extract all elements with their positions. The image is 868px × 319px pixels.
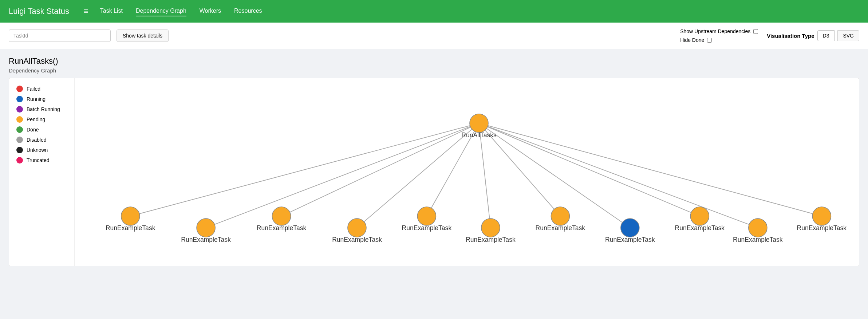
legend-label: Failed bbox=[27, 86, 40, 92]
svg-line-2 bbox=[281, 123, 479, 216]
legend-item: Failed bbox=[16, 86, 67, 92]
show-task-details-button[interactable]: Show task details bbox=[117, 29, 169, 42]
checkbox-group: Show Upstream Dependencies Hide Done bbox=[680, 28, 758, 43]
legend-item: Batch Running bbox=[16, 106, 67, 113]
vis-d3-button[interactable]: D3 bbox=[817, 30, 835, 41]
app-title: Luigi Task Status bbox=[9, 7, 69, 16]
svg-text:RunExampleTask: RunExampleTask bbox=[733, 236, 783, 243]
legend-dot bbox=[16, 147, 23, 153]
svg-text:RunExampleTask: RunExampleTask bbox=[402, 224, 452, 232]
svg-text:RunAllTasks: RunAllTasks bbox=[461, 131, 497, 139]
svg-line-9 bbox=[479, 123, 758, 228]
toolbar: Show task details Show Upstream Dependen… bbox=[0, 23, 868, 49]
svg-line-0 bbox=[130, 123, 479, 216]
svg-line-10 bbox=[479, 123, 822, 216]
svg-point-23 bbox=[481, 218, 500, 237]
legend-dot bbox=[16, 157, 23, 164]
page-title: RunAllTasks() bbox=[9, 56, 859, 66]
svg-text:RunExampleTask: RunExampleTask bbox=[257, 224, 307, 232]
legend-item: Running bbox=[16, 96, 67, 102]
svg-line-5 bbox=[479, 123, 491, 228]
svg-text:RunExampleTask: RunExampleTask bbox=[605, 236, 655, 243]
show-upstream-checkbox[interactable] bbox=[753, 29, 758, 34]
hamburger-icon[interactable]: ≡ bbox=[84, 7, 88, 16]
dependency-graph-svg: RunAllTasksRunExampleTaskRunExampleTaskR… bbox=[75, 78, 859, 266]
nav-dependency-graph[interactable]: Dependency Graph bbox=[136, 6, 186, 16]
svg-text:RunExampleTask: RunExampleTask bbox=[536, 224, 585, 232]
svg-text:RunExampleTask: RunExampleTask bbox=[332, 236, 382, 243]
legend-dot bbox=[16, 96, 23, 102]
legend-label: Unknown bbox=[27, 147, 48, 153]
svg-point-25 bbox=[551, 207, 569, 225]
svg-point-29 bbox=[690, 207, 709, 225]
legend-item: Pending bbox=[16, 116, 67, 123]
svg-point-15 bbox=[197, 218, 215, 237]
legend-label: Running bbox=[27, 96, 46, 102]
legend-label: Done bbox=[27, 127, 39, 133]
legend: Failed Running Batch Running Pending Don… bbox=[9, 78, 75, 266]
graph-wrapper: Failed Running Batch Running Pending Don… bbox=[9, 78, 859, 266]
svg-point-19 bbox=[348, 218, 366, 237]
nav-workers[interactable]: Workers bbox=[200, 6, 221, 16]
section-title: Dependency Graph bbox=[9, 67, 859, 74]
main-content: RunAllTasks() Dependency Graph Failed Ru… bbox=[0, 49, 868, 273]
nav-resources[interactable]: Resources bbox=[234, 6, 262, 16]
svg-point-13 bbox=[121, 207, 140, 225]
graph-area[interactable]: RunAllTasksRunExampleTaskRunExampleTaskR… bbox=[75, 78, 859, 266]
legend-item: Done bbox=[16, 126, 67, 133]
legend-item: Unknown bbox=[16, 147, 67, 153]
svg-line-3 bbox=[357, 123, 479, 228]
svg-text:RunExampleTask: RunExampleTask bbox=[797, 224, 847, 232]
svg-point-31 bbox=[749, 218, 767, 237]
legend-dot bbox=[16, 86, 23, 92]
show-upstream-text: Show Upstream Dependencies bbox=[680, 28, 750, 34]
legend-label: Truncated bbox=[27, 157, 50, 163]
toolbar-right: Show Upstream Dependencies Hide Done Vis… bbox=[680, 28, 859, 43]
legend-item: Disabled bbox=[16, 137, 67, 143]
legend-dot bbox=[16, 106, 23, 113]
svg-text:RunExampleTask: RunExampleTask bbox=[106, 224, 155, 232]
vis-type-label: Visualisation Type bbox=[767, 33, 814, 39]
svg-point-33 bbox=[812, 207, 831, 225]
navbar: Luigi Task Status ≡ Task List Dependency… bbox=[0, 0, 868, 23]
svg-point-17 bbox=[272, 207, 291, 225]
nav-links: Task List Dependency Graph Workers Resou… bbox=[100, 6, 262, 16]
vis-svg-button[interactable]: SVG bbox=[837, 30, 859, 41]
legend-dot bbox=[16, 126, 23, 133]
show-upstream-label[interactable]: Show Upstream Dependencies bbox=[680, 28, 758, 34]
svg-text:RunExampleTask: RunExampleTask bbox=[181, 236, 231, 243]
svg-text:RunExampleTask: RunExampleTask bbox=[466, 236, 516, 243]
hide-done-label[interactable]: Hide Done bbox=[680, 37, 758, 43]
vis-type-group: Visualisation Type D3 SVG bbox=[767, 30, 859, 41]
svg-text:RunExampleTask: RunExampleTask bbox=[675, 224, 725, 232]
nav-task-list[interactable]: Task List bbox=[100, 6, 123, 16]
taskid-input[interactable] bbox=[9, 29, 111, 42]
hide-done-checkbox[interactable] bbox=[707, 38, 712, 43]
legend-label: Batch Running bbox=[27, 106, 60, 112]
legend-dot bbox=[16, 116, 23, 123]
svg-line-1 bbox=[206, 123, 479, 228]
legend-label: Pending bbox=[27, 117, 45, 122]
legend-dot bbox=[16, 137, 23, 143]
svg-point-11 bbox=[470, 114, 488, 133]
svg-point-27 bbox=[621, 218, 639, 237]
svg-line-8 bbox=[479, 123, 700, 216]
legend-item: Truncated bbox=[16, 157, 67, 164]
legend-label: Disabled bbox=[27, 137, 46, 143]
hide-done-text: Hide Done bbox=[680, 37, 704, 43]
svg-point-21 bbox=[417, 207, 436, 225]
